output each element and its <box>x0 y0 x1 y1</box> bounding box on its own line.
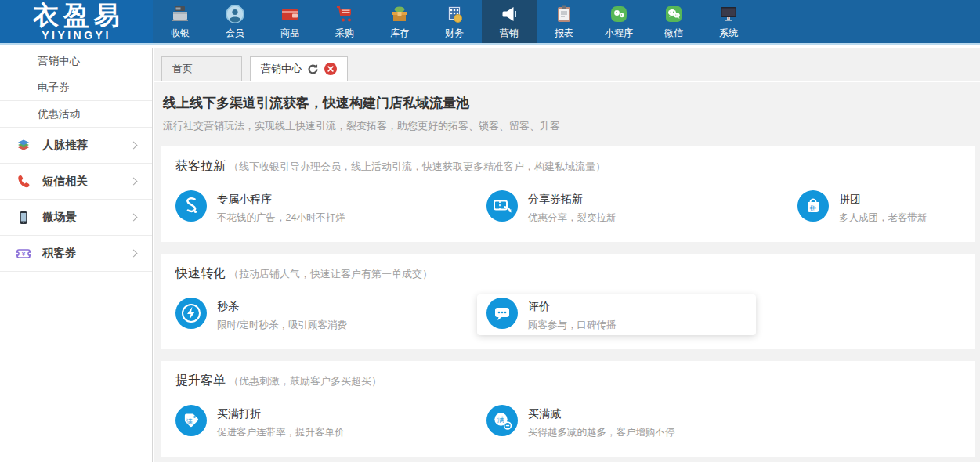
brand-title: 衣盈易 <box>28 2 125 28</box>
feature-title: 拼团 <box>839 193 928 207</box>
sidebar-item-label: 营销中心 <box>38 54 80 68</box>
nav-label: 商品 <box>280 27 299 40</box>
nav-item-reports[interactable]: 报表 <box>537 0 591 43</box>
close-icon[interactable] <box>324 63 337 75</box>
sidebar-item-sms[interactable]: 短信相关 <box>0 164 152 200</box>
page-subtitle: 流行社交营销玩法，实现线上快速引流，裂变拓客，助您更好的拓客、锁客、留客、升客 <box>163 119 975 133</box>
chevron-right-icon <box>130 142 138 150</box>
feature-card-spend-discount[interactable]: 满 买满打折 促进客户连带率，提升客单价 <box>175 405 486 439</box>
nav-label: 财务 <box>445 27 464 40</box>
feature-card-share-coupon[interactable]: 分享券拓新 优惠分享，裂变拉新 <box>486 190 797 225</box>
inventory-box-icon <box>389 4 410 24</box>
cash-register-icon <box>170 4 190 24</box>
marketing-megaphone-icon <box>499 4 519 24</box>
nav-item-cashier[interactable]: 收银 <box>153 0 208 43</box>
nav-item-inventory[interactable]: 库存 <box>372 0 427 43</box>
tab-label: 首页 <box>172 62 193 76</box>
section-title: 快速转化 <box>175 265 226 282</box>
products-icon <box>280 4 300 24</box>
svg-text:满: 满 <box>497 416 504 424</box>
section-acquire-customers: 获客拉新 （线下收银引导办理会员，线上活动引流，快速获取更多精准客户，构建私域流… <box>161 146 975 242</box>
sidebar-item-label: 优惠活动 <box>38 107 80 121</box>
nav-label: 营销 <box>500 27 519 40</box>
tab-marketing-center[interactable]: 营销中心 <box>250 56 348 81</box>
feature-desc: 优惠分享，裂变拉新 <box>528 211 617 225</box>
section-title: 提升客单 <box>175 373 226 389</box>
nav-item-purchase[interactable]: 采购 <box>317 0 372 43</box>
section-note: （优惠刺激，鼓励客户多买超买） <box>229 374 382 388</box>
top-nav-menu: 收银 会员 商品 采购 库存 <box>153 0 756 43</box>
nav-item-marketing[interactable]: 营销 <box>482 0 537 43</box>
section-note: （线下收银引导办理会员，线上活动引流，快速获取更多精准客户，构建私域流量） <box>229 160 606 174</box>
feature-desc: 限时/定时秒杀，吸引顾客消费 <box>217 319 347 332</box>
feature-card-spend-reduction[interactable]: 满 买满减 买得越多减的越多，客户增购不停 <box>486 405 797 439</box>
sidebar-item-wescene[interactable]: 微场景 <box>0 200 152 236</box>
nav-label: 报表 <box>555 27 573 40</box>
flash-sale-icon <box>175 298 207 329</box>
nav-item-member[interactable]: 会员 <box>208 0 262 43</box>
section-title: 获客拉新 <box>175 158 226 175</box>
reports-clipboard-icon <box>554 4 574 24</box>
sidebar-item-referral[interactable]: 人脉推荐 <box>0 128 152 164</box>
sidebar: 营销中心 电子券 优惠活动 人脉推荐 短信相关 微场景 ¥ 积客券 <box>0 48 153 462</box>
sidebar-item-label: 积客券 <box>42 246 77 261</box>
svg-text:拼: 拼 <box>809 204 817 212</box>
tab-label: 营销中心 <box>261 62 302 76</box>
finance-abacus-icon <box>444 4 465 24</box>
sidebar-item-coupon[interactable]: ¥ 积客券 <box>0 236 152 272</box>
miniprogram-feature-icon <box>175 190 207 222</box>
sidebar-item-promotions[interactable]: 优惠活动 <box>0 101 152 128</box>
sidebar-item-evoucher[interactable]: 电子券 <box>0 74 152 101</box>
nav-label: 小程序 <box>605 27 633 40</box>
nav-item-miniprogram[interactable]: 小程序 <box>591 0 646 43</box>
feature-desc: 促进客户连带率，提升客单价 <box>217 426 345 439</box>
nav-label: 采购 <box>335 27 354 40</box>
wechat-icon <box>664 4 684 24</box>
feature-desc: 不花钱的广告，24小时不打烊 <box>217 211 345 225</box>
nav-label: 微信 <box>664 27 683 40</box>
page-title: 线上线下多渠道引流获客，快速构建门店私域流量池 <box>163 94 975 112</box>
nav-item-finance[interactable]: 财务 <box>427 0 482 43</box>
sidebar-item-label: 人脉推荐 <box>42 138 88 153</box>
phone-icon <box>16 174 31 189</box>
member-icon <box>225 4 245 24</box>
feature-title: 买满减 <box>528 407 675 421</box>
group-buy-bag-icon: 拼 <box>797 190 829 222</box>
nav-label: 库存 <box>390 27 409 40</box>
miniprogram-icon <box>609 4 629 24</box>
brand-subtitle: YIYINGYI <box>42 29 111 42</box>
feature-card-miniprogram[interactable]: 专属小程序 不花钱的广告，24小时不打烊 <box>175 190 486 225</box>
nav-item-products[interactable]: 商品 <box>262 0 317 43</box>
brand-logo[interactable]: 衣盈易 YIYINGYI <box>0 0 153 43</box>
feature-card-review[interactable]: 评价 顾客参与，口碑传播 <box>477 294 756 335</box>
top-navbar: 衣盈易 YIYINGYI 收银 会员 商品 采购 <box>0 0 980 45</box>
sidebar-item-label: 电子券 <box>38 81 70 95</box>
mobile-icon <box>16 210 31 226</box>
tab-home[interactable]: 首页 <box>161 56 242 81</box>
feature-card-flash-sale[interactable]: 秒杀 限时/定时秒杀，吸引顾客消费 <box>175 298 486 335</box>
feature-title: 专属小程序 <box>217 193 345 207</box>
svg-text:¥: ¥ <box>22 251 26 258</box>
spend-discount-icon: 满 <box>175 405 207 436</box>
purchase-cart-icon <box>335 4 355 24</box>
sidebar-item-marketing-center[interactable]: 营销中心 <box>0 48 152 74</box>
chevron-right-icon <box>130 178 138 186</box>
refresh-icon[interactable] <box>307 63 319 75</box>
layers-icon <box>16 138 31 153</box>
svg-text:满: 满 <box>186 418 193 425</box>
feature-card-group-buy[interactable]: 拼 拼团 多人成团，老客带新 <box>797 190 975 225</box>
feature-title: 分享券拓新 <box>528 193 617 207</box>
chevron-right-icon <box>130 250 138 258</box>
share-coupon-icon <box>486 190 518 222</box>
spend-reduction-icon: 满 <box>486 405 518 436</box>
nav-item-wechat[interactable]: 微信 <box>646 0 701 43</box>
nav-item-system[interactable]: 系统 <box>701 0 756 43</box>
feature-title: 买满打折 <box>217 407 345 421</box>
feature-title: 评价 <box>528 300 617 314</box>
chevron-right-icon <box>130 214 138 222</box>
ticket-icon: ¥ <box>16 246 31 262</box>
feature-desc: 买得越多减的越多，客户增购不停 <box>528 426 675 439</box>
nav-label: 收银 <box>171 27 190 40</box>
feature-desc: 顾客参与，口碑传播 <box>528 319 617 332</box>
section-increase-order-value: 提升客单 （优惠刺激，鼓励客户多买超买） 满 买满打折 促进客户连带率，提升客单… <box>161 361 975 457</box>
